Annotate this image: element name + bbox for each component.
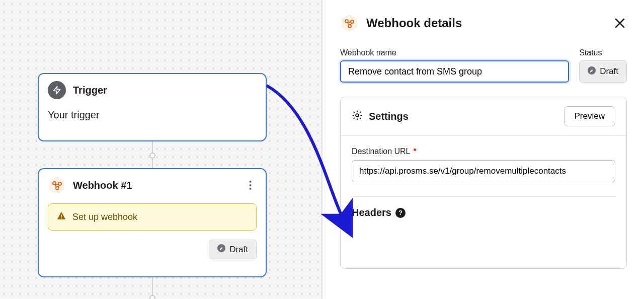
connector-node[interactable] <box>149 295 155 299</box>
svg-rect-8 <box>61 215 62 217</box>
webhook-icon <box>48 176 66 194</box>
svg-point-18 <box>356 114 359 117</box>
status-text: Draft <box>600 66 618 77</box>
workflow-canvas[interactable]: Trigger Your trigger Webhook #1 <box>0 0 322 299</box>
status-text: Draft <box>229 245 248 255</box>
connector-node[interactable] <box>149 153 155 159</box>
more-options-button[interactable] <box>244 179 257 192</box>
svg-rect-9 <box>61 217 62 218</box>
setup-alert[interactable]: Set up webhook <box>48 203 257 231</box>
preview-button[interactable]: Preview <box>564 106 615 126</box>
webhook-name-input[interactable] <box>340 60 569 83</box>
trigger-card[interactable]: Trigger Your trigger <box>38 73 267 141</box>
svg-point-7 <box>249 188 251 190</box>
gear-icon <box>352 110 363 123</box>
svg-point-5 <box>249 181 251 183</box>
svg-marker-1 <box>50 177 64 193</box>
draft-icon <box>217 244 225 255</box>
warning-icon <box>56 211 66 223</box>
webhook-details-panel: Webhook details Webhook name Status Draf… <box>323 0 644 299</box>
settings-section: Settings Preview Destination URL* Header… <box>340 97 627 269</box>
status-badge: Draft <box>579 60 627 83</box>
panel-title: Webhook details <box>366 16 605 30</box>
svg-point-6 <box>249 184 251 186</box>
headers-title: Headers <box>352 207 391 218</box>
trigger-subtitle: Your trigger <box>48 109 257 121</box>
status-badge: Draft <box>209 240 257 259</box>
settings-title: Settings <box>369 111 558 122</box>
status-label: Status <box>579 48 627 57</box>
name-label: Webhook name <box>340 48 569 57</box>
draft-icon <box>588 66 596 77</box>
alert-text: Set up webhook <box>72 212 137 222</box>
svg-marker-11 <box>342 15 356 31</box>
destination-url-input[interactable] <box>352 160 615 182</box>
destination-url-label: Destination URL* <box>352 147 615 156</box>
webhook-card[interactable]: Webhook #1 Set up webhook Draft <box>38 168 267 277</box>
close-button[interactable] <box>613 16 627 30</box>
webhook-card-title: Webhook #1 <box>73 180 236 191</box>
divider <box>352 196 615 197</box>
webhook-icon <box>340 14 358 32</box>
trigger-title: Trigger <box>73 85 107 96</box>
svg-marker-0 <box>53 87 60 94</box>
help-icon[interactable]: ? <box>395 208 406 218</box>
lightning-icon <box>48 81 66 99</box>
